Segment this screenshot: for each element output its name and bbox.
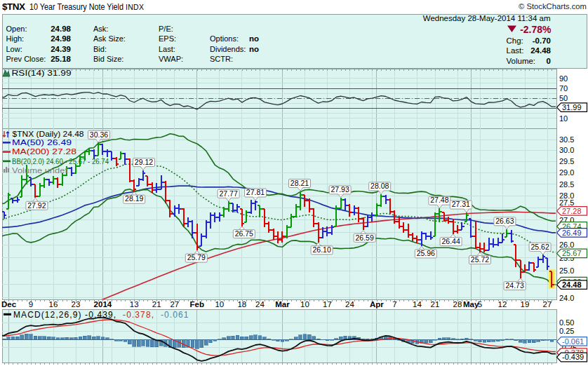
svg-text:Apr: Apr bbox=[370, 300, 384, 309]
svg-text:0: 0 bbox=[547, 57, 551, 65]
svg-text:70: 70 bbox=[559, 84, 568, 93]
svg-text:Dividends:: Dividends: bbox=[210, 45, 246, 53]
svg-text:no: no bbox=[249, 34, 259, 43]
svg-text:P/E:: P/E: bbox=[159, 25, 173, 33]
svg-text:27.28: 27.28 bbox=[562, 207, 582, 215]
svg-text:VWAP:: VWAP: bbox=[159, 55, 183, 63]
svg-text:Ask Size:: Ask Size: bbox=[93, 34, 126, 43]
svg-text:10: 10 bbox=[215, 300, 224, 309]
svg-text:7: 7 bbox=[392, 300, 396, 309]
svg-text:26.49: 26.49 bbox=[562, 229, 582, 237]
svg-text:25.62: 25.62 bbox=[530, 243, 549, 251]
svg-text:28.08: 28.08 bbox=[370, 182, 389, 190]
svg-text:30.0: 30.0 bbox=[559, 146, 574, 154]
svg-text:25.96: 25.96 bbox=[417, 249, 435, 257]
svg-text:INDX: INDX bbox=[126, 3, 144, 11]
svg-text:EPS:: EPS: bbox=[159, 34, 176, 43]
svg-text:27.92: 27.92 bbox=[27, 201, 46, 210]
svg-text:29.0: 29.0 bbox=[559, 168, 574, 177]
svg-text:Mar: Mar bbox=[275, 300, 290, 309]
svg-text:25.0: 25.0 bbox=[559, 266, 574, 275]
svg-text:9: 9 bbox=[29, 300, 33, 309]
svg-text:27.48: 27.48 bbox=[430, 196, 448, 204]
svg-text:21: 21 bbox=[431, 300, 440, 309]
svg-text:MACD(12,26,9) -0.439, -0.378,: MACD(12,26,9) -0.439, -0.378, -0.061 bbox=[13, 310, 189, 320]
svg-text:30.36: 30.36 bbox=[90, 130, 108, 139]
svg-text:-0.061: -0.061 bbox=[562, 337, 584, 346]
svg-text:26.63: 26.63 bbox=[495, 217, 514, 225]
svg-text:23: 23 bbox=[72, 300, 81, 309]
svg-text:$TNX (Daily) 24.48: $TNX (Daily) 24.48 bbox=[13, 130, 84, 138]
svg-text:MA(50) 26.49: MA(50) 26.49 bbox=[12, 138, 72, 147]
svg-text:27: 27 bbox=[170, 300, 179, 309]
svg-text:no: no bbox=[249, 45, 259, 53]
svg-text:27.81: 27.81 bbox=[246, 188, 265, 196]
svg-text:28.19: 28.19 bbox=[125, 194, 143, 203]
svg-text:26.10: 26.10 bbox=[312, 245, 330, 254]
svg-text:16: 16 bbox=[49, 300, 58, 309]
svg-text:29.12: 29.12 bbox=[135, 158, 153, 166]
svg-text:24: 24 bbox=[345, 300, 354, 309]
svg-text:25.79: 25.79 bbox=[187, 253, 206, 262]
svg-text:Prev Close:: Prev Close: bbox=[6, 55, 46, 63]
svg-text:Wednesday 28-May-2014 11:34: Wednesday 28-May-2014 11:34 am bbox=[423, 14, 551, 22]
svg-text:MA(200) 27.28: MA(200) 27.28 bbox=[12, 147, 76, 156]
svg-text:21: 21 bbox=[152, 300, 161, 309]
svg-text:27.5: 27.5 bbox=[559, 198, 574, 207]
svg-text:Options:: Options: bbox=[210, 34, 239, 43]
svg-text:14: 14 bbox=[413, 300, 422, 309]
svg-text:24: 24 bbox=[255, 300, 265, 309]
svg-text:SCTR:: SCTR: bbox=[210, 55, 233, 63]
svg-text:24.98: 24.98 bbox=[51, 25, 71, 33]
svg-text:25.72: 25.72 bbox=[471, 255, 489, 264]
svg-text:26.44: 26.44 bbox=[441, 237, 460, 245]
svg-text:BB(20,2.0) 24.60 - 25.67 - 26.: BB(20,2.0) 24.60 - 25.67 - 26.74 bbox=[12, 157, 109, 165]
svg-text:10: 10 bbox=[300, 300, 309, 309]
svg-text:17: 17 bbox=[323, 300, 332, 309]
svg-text:0.25: 0.25 bbox=[559, 327, 574, 335]
svg-text:25.67: 25.67 bbox=[562, 249, 582, 257]
svg-text:High:: High: bbox=[6, 34, 25, 43]
svg-text:28.21: 28.21 bbox=[290, 179, 309, 187]
svg-text:28.5: 28.5 bbox=[559, 180, 574, 189]
svg-text:24.98: 24.98 bbox=[51, 34, 71, 43]
svg-text:-0.70: -0.70 bbox=[533, 36, 551, 45]
svg-text:Low:: Low: bbox=[6, 45, 22, 53]
svg-text:24.73: 24.73 bbox=[505, 281, 523, 290]
svg-text:24.39: 24.39 bbox=[51, 45, 71, 53]
svg-text:Volume undef: Volume undef bbox=[12, 166, 68, 175]
svg-text:27: 27 bbox=[543, 300, 552, 309]
svg-text:5: 5 bbox=[478, 300, 482, 309]
svg-text:31.99: 31.99 bbox=[562, 103, 582, 111]
svg-text:Open:: Open: bbox=[6, 25, 27, 33]
svg-text:Ask:: Ask: bbox=[93, 25, 108, 33]
svg-text:12: 12 bbox=[498, 300, 507, 309]
svg-text:10: 10 bbox=[559, 114, 568, 123]
svg-text:Dec: Dec bbox=[1, 300, 17, 309]
svg-text:Last:: Last: bbox=[507, 46, 524, 55]
svg-text:27.93: 27.93 bbox=[330, 185, 349, 194]
svg-text:50: 50 bbox=[559, 94, 568, 102]
svg-text:Last:: Last: bbox=[159, 45, 175, 53]
svg-text:30.5: 30.5 bbox=[559, 135, 574, 144]
svg-text:19: 19 bbox=[521, 300, 530, 309]
svg-text:Bid:: Bid: bbox=[93, 45, 107, 53]
svg-text:24.0: 24.0 bbox=[559, 294, 574, 302]
svg-text:© StockCharts.com: © StockCharts.com bbox=[519, 2, 587, 11]
svg-text:18: 18 bbox=[237, 300, 246, 309]
svg-text:28: 28 bbox=[453, 300, 462, 309]
svg-text:10 Year Treasury Note Yield: 10 Year Treasury Note Yield bbox=[29, 2, 123, 12]
svg-text:0.50: 0.50 bbox=[559, 318, 574, 327]
svg-text:-0.439: -0.439 bbox=[562, 353, 584, 361]
svg-text:Feb: Feb bbox=[190, 300, 204, 309]
svg-text:Chg:: Chg: bbox=[507, 36, 523, 45]
svg-text:13: 13 bbox=[130, 300, 139, 309]
svg-text:-2.78%: -2.78% bbox=[520, 24, 552, 35]
svg-text:25.18: 25.18 bbox=[51, 55, 71, 63]
svg-text:RSI(14) 31.99: RSI(14) 31.99 bbox=[12, 69, 72, 77]
svg-text:2014: 2014 bbox=[94, 300, 112, 309]
svg-text:May: May bbox=[463, 300, 479, 309]
svg-text:27.31: 27.31 bbox=[452, 200, 470, 208]
svg-text:26.59: 26.59 bbox=[355, 233, 373, 242]
svg-text:Bid Size:: Bid Size: bbox=[93, 55, 123, 63]
